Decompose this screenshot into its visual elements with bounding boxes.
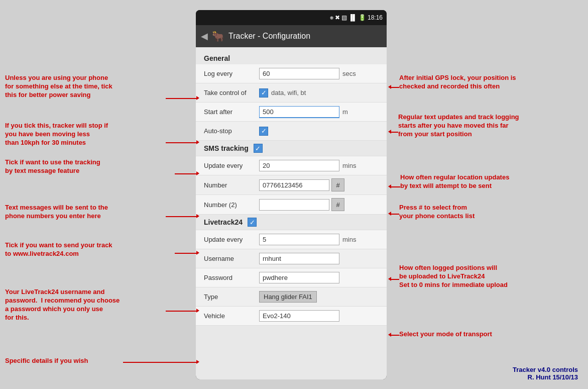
back-button[interactable]: ◀ xyxy=(201,31,208,42)
log-every-row: Log every secs xyxy=(196,64,387,83)
start-after-row: Start after m xyxy=(196,103,387,122)
credits-line1: Tracker v4.0 controls xyxy=(513,366,578,373)
auto-stop-label: Auto-stop xyxy=(204,127,259,135)
arrow-right6 xyxy=(391,335,399,336)
log-every-label: Log every xyxy=(204,70,259,77)
bluetooth-icon: ⎈ xyxy=(330,14,333,21)
annotation-right1: After initial GPS lock, your position is… xyxy=(399,74,582,91)
take-control-label: Take control of xyxy=(204,89,259,96)
credits-line2: R. Hunt 15/10/13 xyxy=(513,373,578,381)
sms-update-every-input[interactable] xyxy=(259,160,339,171)
livetrack-update-every-unit: mins xyxy=(342,236,356,243)
annotation-left1: Unless you are using your phonefor somet… xyxy=(5,74,176,100)
start-after-unit: m xyxy=(342,108,348,116)
type-dropdown[interactable]: Hang glider FAI1 xyxy=(259,291,317,303)
sms-number-hash-button[interactable]: # xyxy=(331,178,344,191)
annotation-right5: How often logged positions willbe upload… xyxy=(399,264,585,289)
annotation-right4: Press # to select fromyour phone contact… xyxy=(399,204,580,221)
type-row: Type Hang glider FAI1 xyxy=(196,287,387,307)
arrow-left5 xyxy=(175,253,197,254)
start-after-label: Start after xyxy=(204,108,259,116)
arrow-right1 xyxy=(391,87,399,88)
sms-update-every-unit: mins xyxy=(342,162,356,169)
config-content: General Log every secs Take control of ✓… xyxy=(196,47,387,379)
log-every-unit: secs xyxy=(342,70,356,77)
auto-stop-checkbox[interactable]: ✓ xyxy=(259,127,268,136)
arrow-left2 xyxy=(166,142,197,143)
annotation-left5: Tick if you want to send your trackto ww… xyxy=(5,241,186,258)
arrow-right3 xyxy=(391,186,400,187)
annotation-right3: How often regular location updatesby tex… xyxy=(400,173,581,190)
username-row: Username xyxy=(196,249,387,268)
sms-number2-input[interactable] xyxy=(259,199,329,211)
arrow-left3 xyxy=(175,173,197,174)
wifi-icon: ▧ xyxy=(341,14,347,21)
livetrack-section-header: Livetrack24 xyxy=(204,218,243,226)
log-every-input[interactable] xyxy=(259,68,339,79)
sms-update-every-label: Update every xyxy=(204,162,259,169)
arrow-left4 xyxy=(166,216,197,217)
annotation-left4: Text messages will be sent to thephone n… xyxy=(5,204,176,221)
type-label: Type xyxy=(204,293,259,301)
network-icon: ✖ xyxy=(335,14,340,21)
sms-number-input[interactable] xyxy=(259,179,329,191)
arrow-right2 xyxy=(391,132,398,133)
credits: Tracker v4.0 controls R. Hunt 15/10/13 xyxy=(513,366,578,381)
annotation-left3: Tick if want to use the trackingby text … xyxy=(5,158,181,175)
arrow-left7 xyxy=(123,362,197,363)
arrow-left1 xyxy=(166,98,197,99)
page-title: Tracker - Configuration xyxy=(228,32,310,41)
password-row: Password xyxy=(196,268,387,287)
annotation-left7: Specific details if you wish xyxy=(5,357,126,365)
phone-frame: ⎈ ✖ ▧ ▐▌ 🔋 18:16 ◀ 🐂 Tracker - Configura… xyxy=(196,10,387,379)
signal-icon: ▐▌ xyxy=(348,14,357,21)
annotation-left2: If you tick this, tracker will stop ifyo… xyxy=(5,122,176,147)
livetrack-update-every-row: Update every mins xyxy=(196,230,387,249)
general-section-header: General xyxy=(196,51,387,64)
livetrack-update-every-input[interactable] xyxy=(259,234,339,245)
annotation-left6: Your LiveTrack24 username andpassword. I… xyxy=(5,288,176,322)
status-icons: ⎈ ✖ ▧ ▐▌ 🔋 18:16 xyxy=(330,14,383,21)
arrow-right5 xyxy=(391,279,399,280)
annotation-right6: Select your mode of transport xyxy=(399,330,575,339)
username-input[interactable] xyxy=(259,253,339,264)
sms-number-label: Number xyxy=(204,181,259,189)
take-control-text: data, wifi, bt xyxy=(271,89,306,96)
sms-number-row: Number # xyxy=(196,175,387,195)
vehicle-row: Vehicle xyxy=(196,307,387,326)
sms-number2-label: Number (2) xyxy=(204,201,259,209)
status-bar: ⎈ ✖ ▧ ▐▌ 🔋 18:16 xyxy=(196,10,387,25)
time-display: 18:16 xyxy=(368,14,383,21)
app-icon: 🐂 xyxy=(212,30,224,42)
sms-section-row: SMS tracking ✓ xyxy=(196,141,387,156)
sms-number2-hash-button[interactable]: # xyxy=(331,198,344,211)
annotation-right2: Regular text updates and track loggingst… xyxy=(398,113,585,139)
take-control-checkbox[interactable]: ✓ xyxy=(259,88,268,98)
password-label: Password xyxy=(204,274,259,281)
sms-checkbox[interactable]: ✓ xyxy=(254,144,263,153)
livetrack-update-every-label: Update every xyxy=(204,236,259,243)
battery-icon: 🔋 xyxy=(359,14,366,21)
start-after-input[interactable] xyxy=(259,106,339,118)
username-label: Username xyxy=(204,255,259,262)
arrow-right4 xyxy=(391,214,399,215)
vehicle-label: Vehicle xyxy=(204,312,259,320)
sms-update-every-row: Update every mins xyxy=(196,156,387,175)
livetrack-checkbox[interactable]: ✓ xyxy=(248,218,257,227)
password-input[interactable] xyxy=(259,272,339,283)
livetrack-section-row: Livetrack24 ✓ xyxy=(196,215,387,230)
sms-section-header: SMS tracking xyxy=(204,144,249,152)
auto-stop-row: Auto-stop ✓ xyxy=(196,122,387,141)
sms-number2-row: Number (2) # xyxy=(196,195,387,215)
arrow-left6 xyxy=(166,311,197,312)
title-bar: ◀ 🐂 Tracker - Configuration xyxy=(196,25,387,47)
take-control-row: Take control of ✓ data, wifi, bt xyxy=(196,83,387,103)
vehicle-input[interactable] xyxy=(259,310,339,322)
